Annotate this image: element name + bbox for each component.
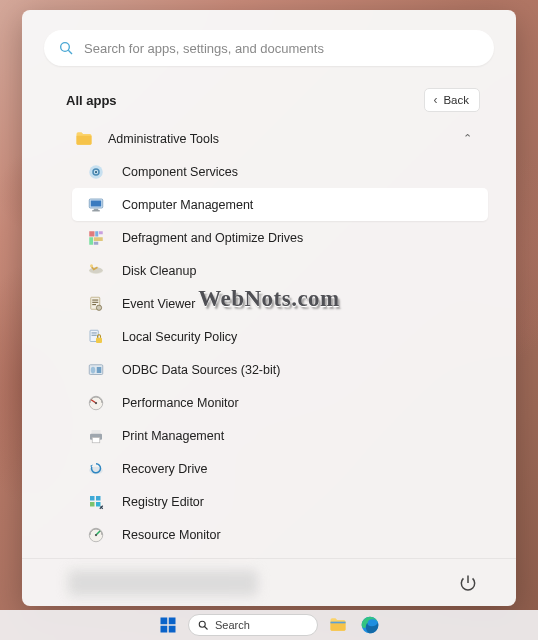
- item-label: Disk Cleanup: [122, 264, 196, 278]
- edge-icon: [360, 615, 380, 635]
- odbc-icon: [86, 360, 106, 380]
- start-search[interactable]: [44, 30, 494, 66]
- svg-rect-19: [92, 301, 98, 302]
- item-registry-editor[interactable]: Registry Editor: [72, 485, 488, 518]
- svg-line-1: [68, 50, 72, 54]
- svg-rect-5: [94, 208, 99, 210]
- disk-cleanup-icon: [86, 261, 106, 281]
- item-label: Print Management: [122, 429, 224, 443]
- printer-icon: [86, 426, 106, 446]
- item-label: ODBC Data Sources (32-bit): [122, 363, 280, 377]
- item-component-services[interactable]: Component Services: [72, 155, 488, 188]
- back-button-label: Back: [443, 94, 469, 106]
- svg-rect-36: [90, 502, 95, 507]
- svg-rect-6: [92, 210, 100, 211]
- item-label: Local Security Policy: [122, 330, 237, 344]
- item-label: Recovery Drive: [122, 462, 207, 476]
- svg-point-45: [199, 621, 205, 627]
- registry-icon: [86, 492, 106, 512]
- power-button[interactable]: [458, 573, 478, 593]
- item-event-viewer[interactable]: Event Viewer: [72, 287, 488, 320]
- event-viewer-icon: [86, 294, 106, 314]
- svg-rect-7: [91, 200, 102, 206]
- svg-rect-13: [94, 241, 99, 244]
- svg-rect-33: [92, 437, 100, 442]
- search-icon: [58, 40, 74, 56]
- search-icon: [197, 619, 209, 631]
- folder-administrative-tools[interactable]: Administrative Tools ⌃: [62, 122, 488, 155]
- svg-line-46: [205, 627, 208, 630]
- security-policy-icon: [86, 327, 106, 347]
- svg-point-3: [95, 170, 97, 172]
- item-label: Defragment and Optimize Drives: [122, 231, 303, 245]
- item-label: Component Services: [122, 165, 238, 179]
- svg-rect-20: [92, 304, 96, 305]
- svg-point-27: [91, 366, 96, 373]
- svg-rect-28: [97, 367, 102, 373]
- item-odbc[interactable]: ODBC Data Sources (32-bit): [72, 353, 488, 386]
- start-button[interactable]: [156, 613, 180, 637]
- recovery-icon: [86, 459, 106, 479]
- folder-label: Administrative Tools: [108, 132, 219, 146]
- taskbar: Search: [0, 610, 538, 640]
- svg-rect-9: [95, 231, 98, 236]
- svg-rect-31: [92, 430, 101, 434]
- item-label: Event Viewer: [122, 297, 195, 311]
- svg-rect-23: [92, 332, 97, 333]
- chevron-left-icon: ‹: [433, 93, 437, 107]
- taskbar-edge[interactable]: [358, 613, 382, 637]
- all-apps-title: All apps: [66, 93, 117, 108]
- item-print-management[interactable]: Print Management: [72, 419, 488, 452]
- svg-rect-41: [161, 618, 168, 625]
- windows-icon: [159, 616, 177, 634]
- start-menu-panel: All apps ‹ Back Administrative Tools ⌃ C…: [22, 10, 516, 606]
- item-local-security-policy[interactable]: Local Security Policy: [72, 320, 488, 353]
- svg-rect-11: [89, 237, 93, 245]
- svg-rect-10: [99, 231, 103, 234]
- svg-rect-42: [169, 618, 176, 625]
- item-defragment[interactable]: Defragment and Optimize Drives: [72, 221, 488, 254]
- svg-rect-8: [89, 231, 94, 236]
- app-list: Administrative Tools ⌃ Component Service…: [22, 120, 516, 558]
- svg-point-30: [95, 401, 97, 403]
- item-resource-monitor[interactable]: Resource Monitor: [72, 518, 488, 551]
- folder-icon: [74, 129, 94, 149]
- svg-point-21: [96, 305, 101, 310]
- gear-icon: [86, 162, 106, 182]
- gauge-icon: [86, 393, 106, 413]
- folder-icon: [328, 615, 348, 635]
- taskbar-explorer[interactable]: [326, 613, 350, 637]
- power-icon: [458, 573, 478, 593]
- item-label: Registry Editor: [122, 495, 204, 509]
- svg-rect-38: [96, 502, 101, 507]
- svg-rect-43: [161, 626, 168, 633]
- gauge-icon: [86, 525, 106, 545]
- chevron-up-icon: ⌃: [463, 132, 472, 145]
- svg-rect-18: [92, 299, 98, 300]
- item-label: Resource Monitor: [122, 528, 221, 542]
- back-button[interactable]: ‹ Back: [424, 88, 480, 112]
- item-label: Performance Monitor: [122, 396, 239, 410]
- svg-rect-35: [90, 496, 95, 501]
- user-account-area[interactable]: [68, 570, 258, 596]
- svg-rect-37: [96, 496, 101, 501]
- svg-rect-12: [94, 237, 103, 241]
- svg-point-40: [95, 533, 97, 535]
- svg-point-16: [90, 264, 93, 267]
- defrag-icon: [86, 228, 106, 248]
- taskbar-search[interactable]: Search: [188, 614, 318, 636]
- svg-rect-47: [331, 622, 346, 624]
- item-label: Computer Management: [122, 198, 253, 212]
- svg-rect-44: [169, 626, 176, 633]
- item-recovery-drive[interactable]: Recovery Drive: [72, 452, 488, 485]
- item-performance-monitor[interactable]: Performance Monitor: [72, 386, 488, 419]
- taskbar-search-label: Search: [215, 619, 250, 631]
- svg-point-0: [61, 43, 70, 52]
- start-search-input[interactable]: [84, 41, 480, 56]
- item-disk-cleanup[interactable]: Disk Cleanup: [72, 254, 488, 287]
- svg-rect-25: [96, 337, 102, 342]
- computer-icon: [86, 195, 106, 215]
- svg-rect-24: [92, 334, 97, 335]
- item-computer-management[interactable]: Computer Management: [72, 188, 488, 221]
- start-bottom-bar: [22, 558, 516, 606]
